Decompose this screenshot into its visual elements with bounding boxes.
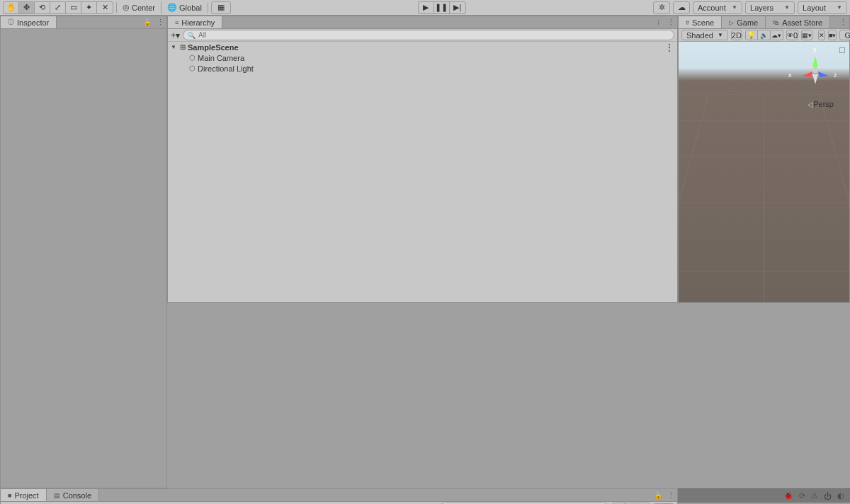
scene-panel: # Scene ▷ Game 🛍 Asset Store ⋮ Shaded ▼ … — [678, 16, 850, 303]
pivot-mode-button[interactable]: ◎ Center — [117, 1, 162, 14]
pivot-center-icon: ◎ — [123, 3, 130, 12]
step-button[interactable]: ▶| — [450, 2, 465, 13]
hierarchy-panel: ≡ Hierarchy ⁝ ⋮ +▾ 🔍 ▼ ⊞ SampleScene ⋮ ⬡ — [167, 16, 678, 303]
project-context-menu[interactable]: ⋮ — [664, 489, 677, 501]
hierarchy-tree: ▼ ⊞ SampleScene ⋮ ⬡ Main Camera ⬡ Direct… — [168, 42, 677, 302]
game-tab-label: Game — [737, 18, 758, 27]
cloud-button[interactable]: ☁ — [673, 1, 690, 14]
hierarchy-search-input[interactable] — [198, 31, 669, 39]
chevron-down-icon: ▼ — [732, 4, 737, 11]
gameobject-icon: ⬡ — [189, 64, 196, 72]
svg-marker-0 — [812, 56, 818, 67]
snap-button[interactable]: ▦ — [211, 1, 231, 14]
hierarchy-context-menu[interactable]: ⋮ — [664, 16, 677, 28]
unity-icon: ⊞ — [180, 43, 186, 51]
status-icon-1[interactable]: 🐞 — [783, 491, 793, 500]
layers-dropdown[interactable]: Layers▼ — [745, 1, 795, 14]
status-icon-3[interactable]: ⚠ — [811, 491, 818, 500]
fx-toggle[interactable]: ☁▾ — [771, 30, 783, 40]
svg-marker-1 — [803, 71, 812, 77]
play-controls: ▶ ❚❚ ▶| — [418, 1, 466, 14]
expand-arrow-icon[interactable]: ▼ — [171, 44, 178, 50]
scene-context-menu[interactable]: ⋮ — [837, 16, 849, 28]
hierarchy-search[interactable]: 🔍 — [183, 30, 674, 40]
info-icon: ⓘ — [8, 18, 14, 27]
hand-tool[interactable]: ✋ — [4, 2, 19, 13]
game-tab[interactable]: ▷ Game — [722, 16, 766, 28]
layers-label: Layers — [750, 4, 774, 12]
layout-dropdown[interactable]: Layout▼ — [798, 1, 847, 14]
folder-icon: ■ — [8, 492, 11, 499]
inspector-context-menu[interactable]: ⋮ — [154, 16, 166, 28]
play-button[interactable]: ▶ — [419, 2, 434, 13]
status-icon-4[interactable]: ⏻ — [824, 492, 832, 500]
hierarchy-item[interactable]: ⬡ Directional Light — [168, 63, 677, 74]
shading-mode-dropdown[interactable]: Shaded ▼ — [681, 30, 728, 40]
account-dropdown[interactable]: Account▼ — [693, 1, 742, 14]
grid-dropdown[interactable]: ▦▾ — [801, 30, 812, 40]
pause-button[interactable]: ❚❚ — [434, 2, 450, 13]
scene-name: SampleScene — [188, 43, 239, 52]
lock-icon: 🔒 — [143, 18, 152, 26]
hierarchy-item-label: Main Camera — [198, 54, 244, 62]
audio-toggle[interactable]: 🔊 — [758, 30, 771, 40]
chevron-down-icon: ▼ — [718, 32, 723, 38]
scene-tab-label: Scene — [692, 18, 714, 27]
scene-tab[interactable]: # Scene — [679, 16, 722, 28]
axis-x-label: x — [788, 71, 792, 79]
svg-point-6 — [812, 67, 818, 73]
rotate-tool[interactable]: ⟲ — [35, 2, 50, 13]
scene-row-menu[interactable]: ⋮ — [665, 42, 673, 52]
lighting-toggle[interactable]: 💡 — [745, 30, 758, 40]
tools-button[interactable]: ✕ — [818, 30, 825, 40]
status-icon-5[interactable]: ◐ — [837, 491, 844, 500]
globe-icon: 🌐 — [167, 3, 177, 12]
twod-toggle[interactable]: 2D — [731, 30, 742, 40]
console-tab-label: Console — [63, 491, 91, 500]
svg-marker-2 — [818, 71, 828, 77]
maximize-icon[interactable] — [839, 47, 845, 53]
transform-tool[interactable]: ✦ — [81, 2, 97, 13]
inspector-tab[interactable]: ⓘ Inspector — [1, 16, 57, 28]
rect-tool[interactable]: ▭ — [66, 2, 81, 13]
project-lock[interactable]: 🔒 — [652, 489, 664, 501]
pivot-group: ◎ Center 🌐 Global — [116, 1, 208, 14]
axis-y-label: y — [813, 46, 817, 53]
pivot-rotation-button[interactable]: 🌐 Global — [162, 1, 208, 14]
gizmos-dropdown[interactable]: Gizmos ▼ — [839, 30, 850, 40]
console-tab[interactable]: ▤ Console — [47, 489, 99, 501]
hierarchy-lock[interactable]: ⁝ — [652, 16, 664, 28]
store-icon: 🛍 — [773, 19, 779, 26]
camera-button[interactable]: ■▾ — [828, 30, 837, 40]
shading-mode-label: Shaded — [686, 31, 713, 40]
hierarchy-tab[interactable]: ≡ Hierarchy — [168, 16, 222, 28]
asset-store-tab[interactable]: 🛍 Asset Store — [766, 16, 830, 28]
svg-marker-3 — [812, 74, 818, 84]
scene-icon: # — [686, 19, 689, 26]
project-tab[interactable]: ■ Project — [1, 489, 47, 501]
scene-grid — [679, 94, 849, 302]
axis-z-label: z — [834, 71, 837, 79]
asset-store-tab-label: Asset Store — [782, 18, 822, 27]
global-label: Global — [179, 4, 202, 12]
orientation-gizmo[interactable]: x y z — [794, 49, 837, 91]
search-icon: 🔍 — [188, 32, 196, 39]
inspector-lock[interactable]: 🔒 — [141, 16, 154, 28]
scene-row[interactable]: ▼ ⊞ SampleScene ⋮ — [168, 42, 677, 52]
status-icon-2[interactable]: ⟳ — [799, 491, 805, 500]
hidden-count: 0 — [793, 31, 798, 40]
move-tool[interactable]: ✥ — [19, 2, 35, 13]
create-button[interactable]: +▾ — [171, 30, 180, 40]
scale-tool[interactable]: ⤢ — [50, 2, 66, 13]
scene-toolbar: Shaded ▼ 2D 💡 🔊 ☁▾ 👁0 ▦▾ ✕ ■▾ Gizmos ▼ 🔍 — [679, 29, 849, 42]
projection-label[interactable]: ◁Persp — [808, 100, 834, 108]
twod-label: 2D — [732, 31, 742, 40]
scene-viewport[interactable]: 📷 ☀ x y z ◁Persp — [679, 42, 849, 302]
hidden-objects[interactable]: 👁0 — [786, 30, 798, 40]
custom-tool[interactable]: ✕ — [97, 2, 113, 13]
inspector-body — [1, 29, 166, 488]
main-toolbar: ✋ ✥ ⟲ ⤢ ▭ ✦ ✕ ◎ Center 🌐 Global ▦ ▶ ❚❚ ▶… — [0, 0, 850, 16]
hierarchy-item[interactable]: ⬡ Main Camera — [168, 52, 677, 63]
inspector-panel: ⓘ Inspector 🔒 ⋮ — [0, 16, 167, 488]
collab-button[interactable]: ✲ — [653, 1, 670, 14]
